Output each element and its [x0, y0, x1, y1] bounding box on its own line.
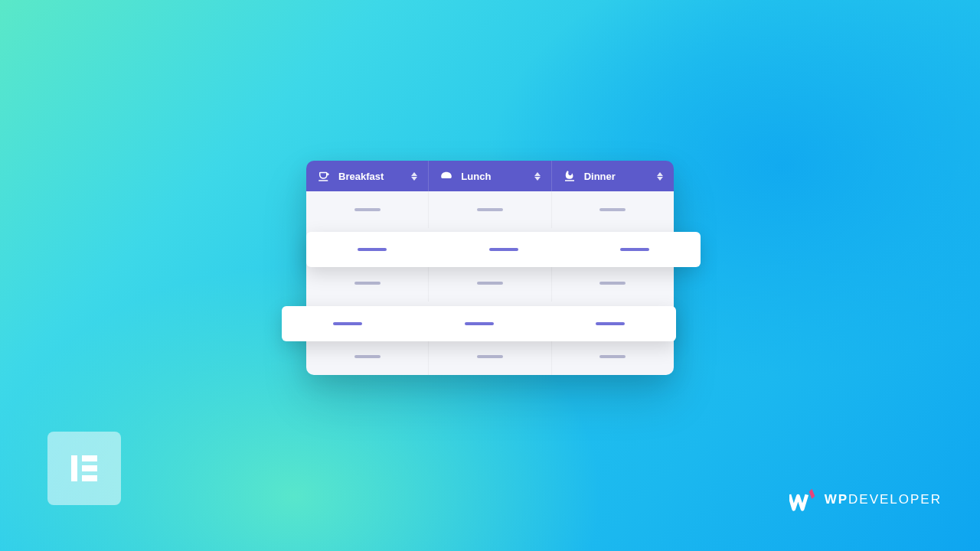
placeholder-content — [354, 282, 381, 285]
table-header-row: Breakfast Lunch Dinner — [306, 161, 674, 191]
table-cell — [306, 265, 429, 302]
placeholder-content — [596, 322, 625, 325]
placeholder-content — [354, 208, 381, 211]
placeholder-content — [477, 355, 503, 358]
table-row — [306, 191, 674, 228]
placeholder-content — [333, 322, 362, 325]
column-header-dinner[interactable]: Dinner — [552, 161, 674, 191]
table-cell — [306, 191, 429, 228]
placeholder-content — [465, 322, 494, 325]
svg-rect-0 — [71, 455, 77, 481]
dinner-icon — [563, 169, 577, 183]
table-body — [306, 191, 674, 375]
table-cell — [282, 306, 413, 341]
table-cell — [552, 338, 674, 375]
breakfast-icon — [317, 169, 331, 183]
placeholder-content — [599, 208, 626, 211]
wpdeveloper-logo: WPDEVELOPER — [789, 488, 942, 511]
table-cell — [429, 265, 551, 302]
column-label: Dinner — [584, 171, 616, 182]
table-cell — [569, 232, 701, 267]
sort-icon — [657, 172, 663, 181]
svg-rect-3 — [82, 475, 97, 481]
table-cell — [552, 191, 674, 228]
highlighted-row-2[interactable] — [282, 306, 676, 341]
highlighted-row-1[interactable] — [306, 232, 701, 267]
table-cell — [429, 338, 551, 375]
data-table: Breakfast Lunch Dinner — [306, 161, 674, 375]
placeholder-content — [599, 355, 626, 358]
placeholder-content — [489, 248, 518, 251]
column-label: Breakfast — [338, 171, 384, 182]
table-cell — [438, 232, 570, 267]
table-cell — [306, 338, 429, 375]
table-cell — [306, 232, 438, 267]
lunch-icon — [439, 169, 453, 183]
svg-rect-1 — [82, 455, 97, 461]
placeholder-content — [620, 248, 649, 251]
column-header-lunch[interactable]: Lunch — [429, 161, 551, 191]
wpdeveloper-text: WPDEVELOPER — [825, 492, 942, 507]
wpdeveloper-mark-icon — [789, 488, 818, 511]
table-cell — [552, 265, 674, 302]
table-cell — [544, 306, 676, 341]
placeholder-content — [477, 208, 503, 211]
table-row — [306, 338, 674, 375]
table-cell — [429, 191, 551, 228]
placeholder-content — [599, 282, 626, 285]
placeholder-content — [354, 355, 381, 358]
column-header-breakfast[interactable]: Breakfast — [306, 161, 429, 191]
placeholder-content — [358, 248, 387, 251]
table-cell — [413, 306, 545, 341]
sort-icon — [411, 172, 417, 181]
sort-icon — [534, 172, 541, 181]
table-row — [306, 265, 674, 302]
elementor-logo — [47, 432, 121, 505]
svg-rect-2 — [82, 465, 97, 471]
placeholder-content — [477, 282, 503, 285]
column-label: Lunch — [461, 171, 491, 182]
